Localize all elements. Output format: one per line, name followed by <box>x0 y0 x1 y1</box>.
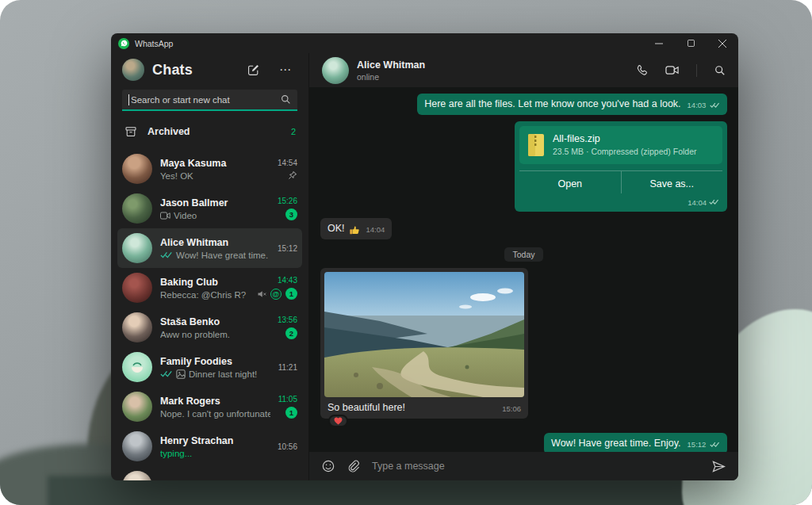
image-caption: So beautiful here! <box>327 402 405 413</box>
avatar <box>122 154 152 184</box>
message-file-attachment: All-files.zip 23.5 MB · Compressed (zipp… <box>515 121 727 212</box>
message-outgoing[interactable]: Wow! Have great time. Enjoy. 15:12 <box>544 433 727 452</box>
message-outgoing[interactable]: Here are all the files. Let me know once… <box>417 94 727 115</box>
search-placeholder: Search or start new chat <box>131 95 281 105</box>
chat-list-item[interactable]: Mark Rogers Nope. I can't go unfortunate… <box>117 387 302 427</box>
chats-title: Chats <box>152 62 234 78</box>
avatar <box>122 431 152 461</box>
chat-name: Family Foodies <box>160 356 270 367</box>
unread-badge: 3 <box>285 209 297 220</box>
file-name: All-files.zip <box>553 133 697 144</box>
avatar <box>122 312 152 342</box>
open-file-button[interactable]: Open <box>519 171 621 193</box>
avatar <box>122 193 152 224</box>
photo-icon <box>176 369 186 379</box>
message-input-bar: Type a message <box>309 452 738 480</box>
unread-badge: 2 <box>285 327 297 339</box>
search-icon[interactable] <box>281 94 291 105</box>
whatsapp-window: WhatsApp Chats <box>111 33 738 480</box>
chat-time: 14:43 <box>278 276 297 285</box>
chat-list-item[interactable]: Family Foodies Dinner last night! <box>117 347 302 387</box>
chat-time: 14:54 <box>278 159 297 167</box>
message-text: Here are all the files. Let me know once… <box>424 98 680 111</box>
message-time: 15:06 <box>502 404 521 413</box>
chat-time: 13:56 <box>278 316 297 324</box>
menu-ellipsis-icon[interactable]: ⋯ <box>274 63 297 77</box>
avatar <box>122 392 152 422</box>
zip-file-icon <box>527 133 545 157</box>
video-call-icon <box>160 212 170 220</box>
message-input[interactable]: Type a message <box>372 461 699 472</box>
archived-label: Archived <box>147 126 283 137</box>
pin-icon <box>288 170 297 180</box>
thumbs-up-emoji <box>349 224 360 235</box>
avatar <box>122 273 152 303</box>
chat-name: Mark Rogers <box>160 396 270 407</box>
chat-name: Baking Club <box>160 277 249 288</box>
chat-list-item[interactable]: Jason Ballmer Video 15:26 3 <box>117 189 302 228</box>
chat-list-item[interactable]: Maya Kasuma Yes! OK 14:54 <box>117 149 302 189</box>
chat-time: 15:12 <box>278 244 297 253</box>
photo-landscape[interactable] <box>324 272 524 397</box>
contact-name: Alice Whitman <box>357 59 628 71</box>
maximize-button[interactable] <box>675 33 707 53</box>
message-text: OK! <box>327 222 345 235</box>
message-incoming[interactable]: OK! 14:04 <box>320 218 392 239</box>
close-button[interactable] <box>707 33 738 53</box>
chat-time: 11:21 <box>278 363 297 372</box>
file-card[interactable]: All-files.zip 23.5 MB · Compressed (zipp… <box>519 126 722 164</box>
video-call-icon[interactable] <box>665 65 679 75</box>
attach-icon[interactable] <box>347 460 359 472</box>
chat-name: Henry Strachan <box>160 435 270 446</box>
message-list: Here are all the files. Let me know once… <box>309 87 738 452</box>
muted-icon <box>257 289 266 299</box>
chat-list-item-selected[interactable]: Alice Whitman Wow! Have great time. Enjo… <box>117 228 302 268</box>
archived-row[interactable]: Archived 2 <box>117 119 302 144</box>
window-title: WhatsApp <box>135 39 173 48</box>
sidebar-header: Chats ⋯ <box>111 53 308 86</box>
send-icon[interactable] <box>712 461 726 472</box>
window-titlebar[interactable]: WhatsApp <box>111 33 738 53</box>
chat-preview: Yes! OK <box>160 171 193 181</box>
chat-list-item[interactable]: Dawn Jones 8:32 <box>117 466 302 480</box>
text-cursor <box>128 94 129 105</box>
chat-preview: Dinner last night! <box>189 369 257 379</box>
message-image[interactable]: So beautiful here! 15:06 <box>320 268 528 419</box>
file-meta: 23.5 MB · Compressed (zipped) Folder <box>553 147 697 156</box>
chat-list-item[interactable]: Staša Benko Aww no problem. 13:56 2 <box>117 308 302 347</box>
avatar <box>122 471 152 480</box>
emoji-icon[interactable] <box>322 460 335 472</box>
profile-avatar[interactable] <box>122 59 144 81</box>
mention-icon: @ <box>270 289 282 300</box>
chat-list-item[interactable]: Baking Club Rebecca: @Chris R? 14:43 @ 1 <box>117 268 302 308</box>
chat-time: 10:56 <box>278 442 297 451</box>
whatsapp-logo-icon <box>118 38 129 49</box>
date-divider: Today <box>504 247 542 262</box>
chat-preview: Video <box>174 211 197 220</box>
food-bowl-icon <box>129 359 145 375</box>
voice-call-icon[interactable] <box>636 64 648 76</box>
chat-time: 15:26 <box>278 197 297 205</box>
save-as-button[interactable]: Save as... <box>621 171 723 193</box>
unread-badge: 1 <box>285 407 297 419</box>
message-time: 14:04 <box>366 225 385 235</box>
chat-list: Archived 2 Maya Kasuma Yes! OK 14:54 <box>111 119 308 480</box>
chat-name: Alice Whitman <box>160 237 270 248</box>
chat-sidebar: Chats ⋯ Search or start new chat <box>111 53 309 480</box>
conversation-header[interactable]: Alice Whitman online <box>309 53 738 87</box>
archive-icon <box>122 125 140 138</box>
chat-name: Staša Benko <box>160 316 270 327</box>
chat-preview: Aww no problem. <box>160 330 230 339</box>
contact-status: online <box>357 72 628 82</box>
search-in-chat-icon[interactable] <box>714 65 726 76</box>
chat-preview: Nope. I can't go unfortunately. <box>160 409 270 419</box>
search-input[interactable]: Search or start new chat <box>122 90 297 111</box>
archived-count: 2 <box>291 127 296 136</box>
new-chat-icon[interactable] <box>242 63 266 76</box>
typing-indicator: typing... <box>160 449 192 458</box>
header-divider <box>696 64 697 77</box>
minimize-button[interactable] <box>643 33 675 53</box>
heart-reaction[interactable] <box>328 415 348 427</box>
contact-avatar[interactable] <box>322 57 349 84</box>
chat-list-item[interactable]: Henry Strachan typing... 10:56 <box>117 427 302 466</box>
